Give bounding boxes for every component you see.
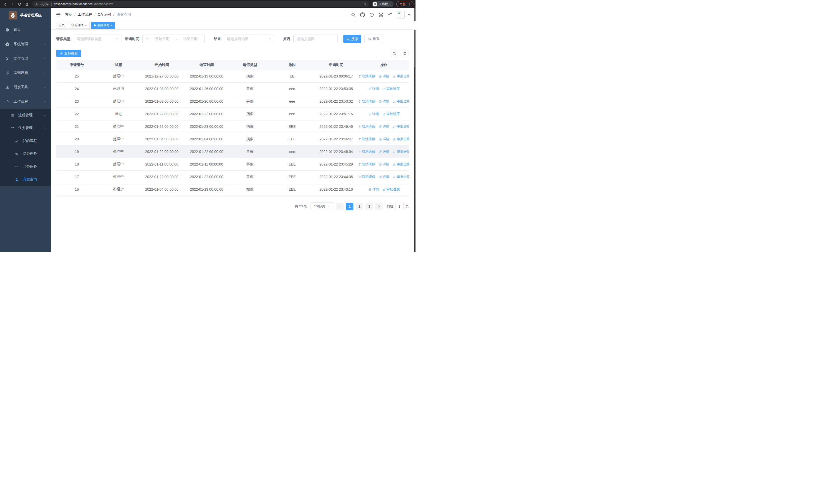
cancel-action-link[interactable]: 取消请假	[359, 137, 375, 141]
search-icon	[393, 52, 396, 55]
fullscreen-icon[interactable]	[378, 12, 383, 17]
browser-menu-dots-icon[interactable]	[408, 3, 411, 6]
cancel-action-link[interactable]: 取消请假	[359, 99, 375, 104]
cell-reason: EEE	[271, 187, 313, 191]
eye-closed-icon	[15, 165, 19, 169]
page-button-1[interactable]: 1	[346, 203, 353, 210]
sidebar-item-home[interactable]: 首页	[0, 23, 51, 37]
detail-action-link[interactable]: 详情	[378, 99, 389, 104]
next-page-button[interactable]	[375, 203, 383, 210]
cell-end: 2022-01-22 00:00:00	[184, 112, 229, 116]
detail-action-link[interactable]: 详情	[368, 187, 379, 192]
cancel-action-link[interactable]: 取消请假	[359, 149, 375, 154]
leave-type-select[interactable]: 请选择请假类型	[74, 35, 121, 43]
detail-action-link[interactable]: 详情	[378, 175, 389, 179]
refresh-table-button[interactable]	[401, 49, 409, 58]
search-button[interactable]: 搜索	[343, 35, 361, 43]
sidebar-item-workflow[interactable]: 工作流程	[0, 94, 51, 109]
page-button-3[interactable]: 3	[366, 203, 373, 210]
create-leave-button[interactable]: 发起请假	[56, 50, 81, 57]
page-scrollbar[interactable]	[414, 8, 416, 252]
detail-action-link[interactable]: 详情	[378, 149, 389, 154]
prev-page-button[interactable]	[336, 203, 344, 210]
browser-reload-button[interactable]	[17, 1, 23, 7]
sidebar-item-system[interactable]: 系统管理	[0, 37, 51, 51]
cell-type: 事假	[229, 149, 271, 154]
tab-label: 流程详情	[71, 23, 84, 27]
column-header: 开始时间	[139, 63, 184, 67]
cell-start: 2022-01-22 00:00:00	[139, 112, 184, 116]
cell-actions: 取消请假详情审批进度	[359, 99, 409, 104]
tab-close-icon[interactable]: ×	[85, 24, 87, 27]
cell-end: 2022-01-22 00:00:00	[184, 175, 229, 179]
tab-流程详情[interactable]: 流程详情×	[69, 22, 90, 29]
scrollbar-thumb[interactable]	[414, 8, 415, 67]
sidebar-item-my-process[interactable]: 我的流程	[0, 135, 51, 147]
github-icon[interactable]	[360, 12, 365, 17]
page-button-2[interactable]: 2	[356, 203, 363, 210]
sidebar-item-todo-task[interactable]: 待办任务	[0, 147, 51, 160]
apply-time-range-picker[interactable]: 开始日期 - 结束日期	[142, 35, 204, 43]
cell-applied: 2022-01-22 23:44:35	[313, 175, 359, 179]
cancel-action-link[interactable]: 取消请假	[359, 124, 375, 129]
browser-update-button[interactable]: 更新	[396, 1, 413, 7]
detail-action-link[interactable]: 详情	[368, 112, 379, 116]
view-icon	[368, 112, 372, 116]
tab-请假查询[interactable]: 请假查询×	[91, 22, 115, 29]
progress-action-link[interactable]: 审批进度	[393, 149, 409, 154]
detail-action-link[interactable]: 详情	[378, 74, 389, 79]
progress-action-link[interactable]: 审批进度	[382, 187, 400, 192]
tab-close-icon[interactable]: ×	[111, 24, 113, 27]
sidebar-item-devtools[interactable]: 研发工具	[0, 80, 51, 94]
table-row: 25处理中2021-12-27 00:00:002022-01-19 00:00…	[56, 70, 409, 83]
progress-action-link[interactable]: 审批进度	[382, 112, 400, 116]
sidebar-item-process-mgmt[interactable]: 流程管理	[0, 109, 51, 122]
goto-page-input[interactable]	[395, 203, 404, 210]
avatar[interactable]	[397, 11, 405, 19]
browser-forward-button[interactable]	[9, 1, 16, 7]
progress-action-link[interactable]: 审批进度	[393, 99, 409, 104]
cancel-action-link[interactable]: 取消请假	[359, 74, 375, 79]
progress-action-link[interactable]: 审批进度	[393, 74, 409, 79]
cancel-action-link[interactable]: 取消请假	[359, 162, 375, 167]
page-size-select[interactable]: 10条/页	[311, 203, 334, 210]
toggle-search-button[interactable]	[390, 49, 398, 58]
cancel-action-link[interactable]: 取消请假	[359, 175, 375, 179]
sidebar-item-task-mgmt[interactable]: 任务管理	[0, 122, 51, 135]
reason-input[interactable]	[293, 35, 338, 43]
chevron-down-icon	[43, 42, 46, 46]
sidebar-item-done-task[interactable]: 已办任务	[0, 160, 51, 173]
result-select[interactable]: 请选择流结果	[224, 35, 274, 43]
progress-action-link[interactable]: 审批进度	[382, 87, 400, 91]
progress-action-link[interactable]: 审批进度	[393, 162, 409, 167]
detail-action-link[interactable]: 详情	[368, 87, 379, 91]
help-icon[interactable]	[369, 12, 374, 17]
sidebar-item-infra[interactable]: 基础设施	[0, 66, 51, 80]
table-row: 16不通过2022-01-04 00:00:002022-01-13 00:00…	[56, 183, 409, 196]
detail-action-link[interactable]: 详情	[378, 124, 389, 129]
search-icon[interactable]	[351, 12, 356, 17]
table-row: 19处理中2022-01-22 00:00:002022-01-22 00:00…	[56, 146, 409, 158]
sidebar-item-leave-query[interactable]: 请假查询	[0, 173, 51, 186]
browser-back-button[interactable]	[2, 1, 8, 7]
progress-action-link[interactable]: 审批进度	[393, 137, 409, 141]
tab-首页[interactable]: 首页	[56, 22, 67, 29]
address-bar[interactable]: 不安全 dashboard.yudao.iocoder.cn/bpm/oa/le…	[32, 1, 369, 7]
font-size-icon[interactable]	[388, 12, 393, 17]
sidebar-collapse-icon[interactable]	[56, 12, 61, 17]
pen-icon	[382, 87, 386, 91]
action-label: 取消请假	[362, 175, 375, 179]
cell-end: 2022-01-04 00:00:00	[184, 137, 229, 141]
sidebar-item-payment[interactable]: 支付管理	[0, 51, 51, 66]
browser-home-button[interactable]	[24, 1, 30, 7]
reset-button[interactable]: 重置	[365, 35, 383, 43]
detail-action-link[interactable]: 详情	[378, 162, 389, 167]
detail-action-link[interactable]: 详情	[378, 137, 389, 141]
stream-icon	[11, 113, 15, 117]
progress-action-link[interactable]: 审批进度	[393, 175, 409, 179]
incognito-label: 无痕模式	[379, 2, 391, 6]
user-menu-caret-icon[interactable]	[407, 13, 410, 16]
bookmark-star-icon[interactable]	[363, 2, 367, 6]
cell-applied: 2022-01-22 23:45:29	[313, 162, 359, 166]
progress-action-link[interactable]: 审批进度	[393, 124, 409, 129]
